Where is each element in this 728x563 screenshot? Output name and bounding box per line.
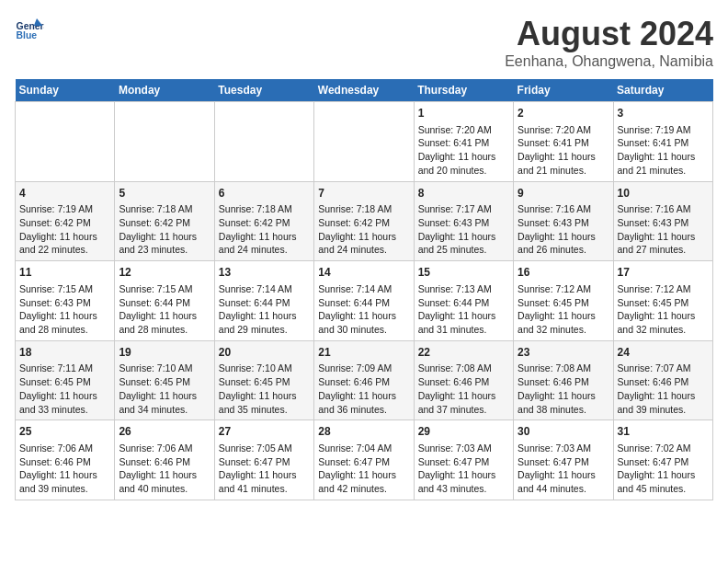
calendar-cell: 29Sunrise: 7:03 AMSunset: 6:47 PMDayligh… [414,420,513,500]
daylight-hours: Daylight: 11 hours and 28 minutes. [19,310,97,335]
daylight-hours: Daylight: 11 hours and 20 minutes. [418,151,496,176]
calendar-cell: 27Sunrise: 7:05 AMSunset: 6:47 PMDayligh… [214,420,313,500]
sunset-time: Sunset: 6:42 PM [219,217,290,228]
sunset-time: Sunset: 6:42 PM [318,217,390,228]
sunrise-time: Sunrise: 7:06 AM [19,442,93,454]
daylight-hours: Daylight: 11 hours and 32 minutes. [518,310,596,335]
sunrise-time: Sunrise: 7:03 AM [518,442,591,454]
day-number: 11 [19,265,110,281]
sunset-time: Sunset: 6:46 PM [518,376,589,387]
daylight-hours: Daylight: 11 hours and 44 minutes. [518,469,596,494]
sunset-time: Sunset: 6:46 PM [318,376,390,387]
sunset-time: Sunset: 6:45 PM [618,297,689,308]
day-number: 26 [119,424,210,440]
day-number: 18 [19,345,110,361]
calendar-cell: 6Sunrise: 7:18 AMSunset: 6:42 PMDaylight… [214,181,313,261]
sunset-time: Sunset: 6:41 PM [418,137,490,148]
day-header-saturday: Saturday [613,79,712,102]
calendar-cell: 1Sunrise: 7:20 AMSunset: 6:41 PMDaylight… [414,102,513,182]
day-number: 29 [418,424,509,440]
sunset-time: Sunset: 6:43 PM [518,217,589,228]
day-number: 31 [618,424,709,440]
sunrise-time: Sunrise: 7:12 AM [618,283,691,294]
calendar-cell: 11Sunrise: 7:15 AMSunset: 6:43 PMDayligh… [16,261,115,341]
calendar-cell [214,102,313,182]
sunrise-time: Sunrise: 7:16 AM [618,203,691,214]
day-number: 25 [19,424,110,440]
calendar-cell: 18Sunrise: 7:11 AMSunset: 6:45 PMDayligh… [16,340,115,420]
day-number: 2 [518,106,609,121]
day-number: 20 [219,345,310,361]
sunrise-time: Sunrise: 7:20 AM [418,124,492,135]
sunset-time: Sunset: 6:41 PM [518,137,589,148]
calendar-cell: 26Sunrise: 7:06 AMSunset: 6:46 PMDayligh… [115,420,214,500]
sunrise-time: Sunrise: 7:18 AM [119,203,192,214]
sunrise-time: Sunrise: 7:17 AM [418,203,492,214]
day-number: 6 [219,186,310,201]
day-number: 28 [318,424,409,440]
day-number: 8 [418,186,509,201]
daylight-hours: Daylight: 11 hours and 31 minutes. [418,310,496,335]
daylight-hours: Daylight: 11 hours and 39 minutes. [19,469,97,494]
calendar-cell: 17Sunrise: 7:12 AMSunset: 6:45 PMDayligh… [613,261,712,341]
title-block: August 2024 Eenhana, Ohangwena, Namibia [505,15,713,70]
daylight-hours: Daylight: 11 hours and 34 minutes. [119,390,197,415]
calendar-cell: 28Sunrise: 7:04 AMSunset: 6:47 PMDayligh… [314,420,414,500]
svg-text:Blue: Blue [17,30,38,40]
sunset-time: Sunset: 6:45 PM [518,297,589,308]
calendar-cell: 23Sunrise: 7:08 AMSunset: 6:46 PMDayligh… [514,340,613,420]
day-number: 27 [219,424,310,440]
calendar-cell: 10Sunrise: 7:16 AMSunset: 6:43 PMDayligh… [613,181,712,261]
sunrise-time: Sunrise: 7:10 AM [219,362,292,373]
sunset-time: Sunset: 6:46 PM [618,376,689,387]
calendar-cell: 12Sunrise: 7:15 AMSunset: 6:44 PMDayligh… [115,261,214,341]
sunrise-time: Sunrise: 7:14 AM [219,283,292,294]
week-row-2: 4Sunrise: 7:19 AMSunset: 6:42 PMDaylight… [16,181,713,261]
sunset-time: Sunset: 6:44 PM [418,297,490,308]
sunset-time: Sunset: 6:45 PM [19,376,91,387]
daylight-hours: Daylight: 11 hours and 33 minutes. [19,390,97,415]
daylight-hours: Daylight: 11 hours and 27 minutes. [618,231,696,256]
day-number: 10 [618,186,709,201]
sunset-time: Sunset: 6:46 PM [19,456,91,467]
sunrise-time: Sunrise: 7:02 AM [618,442,691,454]
calendar-cell: 2Sunrise: 7:20 AMSunset: 6:41 PMDaylight… [514,102,613,182]
sunset-time: Sunset: 6:44 PM [119,297,190,308]
daylight-hours: Daylight: 11 hours and 23 minutes. [119,231,197,256]
day-number: 14 [318,265,409,281]
sunrise-time: Sunrise: 7:15 AM [119,283,192,294]
calendar-cell: 25Sunrise: 7:06 AMSunset: 6:46 PMDayligh… [16,420,115,500]
day-number: 4 [19,186,110,201]
day-number: 13 [219,265,310,281]
sunset-time: Sunset: 6:45 PM [119,376,190,387]
week-row-4: 18Sunrise: 7:11 AMSunset: 6:45 PMDayligh… [16,340,713,420]
calendar-cell: 19Sunrise: 7:10 AMSunset: 6:45 PMDayligh… [115,340,214,420]
sunset-time: Sunset: 6:42 PM [119,217,190,228]
sunset-time: Sunset: 6:44 PM [318,297,390,308]
calendar-cell: 13Sunrise: 7:14 AMSunset: 6:44 PMDayligh… [214,261,313,341]
calendar-cell: 9Sunrise: 7:16 AMSunset: 6:43 PMDaylight… [514,181,613,261]
daylight-hours: Daylight: 11 hours and 21 minutes. [518,151,596,176]
daylight-hours: Daylight: 11 hours and 29 minutes. [219,310,297,335]
calendar-cell: 31Sunrise: 7:02 AMSunset: 6:47 PMDayligh… [613,420,712,500]
sunset-time: Sunset: 6:43 PM [618,217,689,228]
sunset-time: Sunset: 6:43 PM [19,297,91,308]
daylight-hours: Daylight: 11 hours and 37 minutes. [418,390,496,415]
sunset-time: Sunset: 6:46 PM [418,376,490,387]
calendar-cell: 4Sunrise: 7:19 AMSunset: 6:42 PMDaylight… [16,181,115,261]
daylight-hours: Daylight: 11 hours and 35 minutes. [219,390,297,415]
day-number: 9 [518,186,609,201]
daylight-hours: Daylight: 11 hours and 24 minutes. [219,231,297,256]
day-header-wednesday: Wednesday [314,79,414,102]
calendar-cell: 16Sunrise: 7:12 AMSunset: 6:45 PMDayligh… [514,261,613,341]
sunset-time: Sunset: 6:45 PM [219,376,290,387]
day-header-monday: Monday [115,79,214,102]
sunrise-time: Sunrise: 7:03 AM [418,442,492,454]
calendar-cell [115,102,214,182]
daylight-hours: Daylight: 11 hours and 43 minutes. [418,469,496,494]
calendar-cell: 8Sunrise: 7:17 AMSunset: 6:43 PMDaylight… [414,181,513,261]
sunrise-time: Sunrise: 7:18 AM [219,203,292,214]
calendar-table: SundayMondayTuesdayWednesdayThursdayFrid… [15,79,713,500]
sunrise-time: Sunrise: 7:08 AM [518,362,591,373]
sunset-time: Sunset: 6:44 PM [219,297,290,308]
